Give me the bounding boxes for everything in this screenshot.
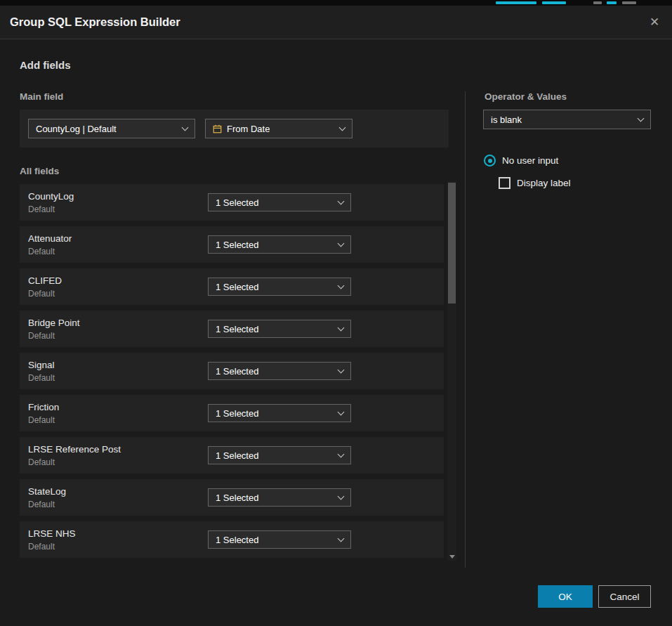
field-row-attenuator: Attenuator Default 1 Selected [20, 226, 444, 263]
field-selected-dropdown[interactable]: 1 Selected [208, 488, 351, 507]
backdrop-toolbar-fragment [496, 1, 536, 4]
radio-selected-icon[interactable] [484, 155, 496, 167]
no-user-input-radio-row[interactable]: No user input [484, 155, 558, 167]
chevron-down-icon [338, 240, 345, 247]
field-row-countylog: CountyLog Default 1 Selected [20, 184, 444, 221]
backdrop-toolbar-fragment [593, 1, 602, 4]
chevron-down-icon [338, 409, 345, 416]
dropdown-label: 1 Selected [216, 282, 258, 292]
field-selected-dropdown[interactable]: 1 Selected [208, 530, 351, 549]
field-selected-dropdown[interactable]: 1 Selected [208, 193, 351, 211]
dropdown-label: 1 Selected [216, 240, 258, 250]
field-selected-dropdown[interactable]: 1 Selected [208, 278, 351, 296]
field-row-bridge-point: Bridge Point Default 1 Selected [20, 311, 444, 347]
all-fields-list: CountyLog Default 1 Selected Attenuator … [20, 184, 444, 558]
chevron-down-icon [338, 535, 345, 542]
ok-button[interactable]: OK [538, 585, 593, 608]
layer-dropdown-value: CountyLog | Default [36, 124, 117, 134]
chevron-down-icon [338, 493, 345, 500]
checkbox-unchecked-icon[interactable] [499, 177, 510, 189]
main-field-panel: CountyLog | Default From Date [20, 110, 449, 148]
field-selected-dropdown[interactable]: 1 Selected [208, 235, 351, 254]
scrollbar-track[interactable] [447, 181, 456, 561]
add-fields-heading: Add fields [20, 59, 71, 71]
chevron-down-icon [338, 367, 345, 374]
field-row-statelog: StateLog Default 1 Selected [20, 479, 444, 516]
main-field-label: Main field [20, 91, 63, 102]
dropdown-label: 1 Selected [216, 197, 258, 208]
cancel-button[interactable]: Cancel [598, 585, 651, 608]
chevron-down-icon [182, 124, 189, 131]
chevron-down-icon [338, 198, 345, 205]
field-row-lrse-reference-post: LRSE Reference Post Default 1 Selected [20, 437, 444, 474]
field-selected-dropdown[interactable]: 1 Selected [208, 362, 351, 380]
dialog-title: Group SQL Expression Builder [10, 6, 180, 39]
field-dropdown[interactable]: From Date [205, 119, 353, 138]
all-fields-label: All fields [20, 166, 59, 176]
field-row-lrse-nhs: LRSE NHS Default 1 Selected [20, 521, 444, 558]
dropdown-label: 1 Selected [216, 535, 258, 545]
checkbox-label: Display label [517, 178, 571, 188]
field-row-signal: Signal Default 1 Selected [20, 353, 444, 389]
field-selected-dropdown[interactable]: 1 Selected [208, 446, 351, 464]
dialog-header: Group SQL Expression Builder ✕ [0, 6, 672, 39]
chevron-down-icon [338, 282, 345, 289]
dropdown-label: 1 Selected [216, 324, 258, 334]
dropdown-label: 1 Selected [216, 408, 258, 419]
backdrop-toolbar-fragment [542, 1, 566, 4]
radio-label: No user input [502, 155, 558, 166]
scrollbar-down-arrow-icon[interactable] [449, 555, 455, 559]
calendar-icon [213, 124, 222, 133]
layer-dropdown[interactable]: CountyLog | Default [28, 119, 195, 138]
chevron-down-icon [338, 451, 345, 458]
field-row-friction: Friction Default 1 Selected [20, 395, 444, 431]
chevron-down-icon [638, 115, 645, 122]
field-selected-dropdown[interactable]: 1 Selected [208, 320, 351, 338]
backdrop-strip [0, 0, 672, 6]
display-label-checkbox-row[interactable]: Display label [499, 177, 571, 189]
backdrop-toolbar-fragment [607, 1, 617, 4]
field-row-clifed: CLIFED Default 1 Selected [20, 268, 444, 305]
operator-values-label: Operator & Values [485, 91, 567, 102]
vertical-divider [465, 91, 466, 568]
scrollbar-thumb[interactable] [448, 183, 456, 304]
screen: Group SQL Expression Builder ✕ Add field… [0, 0, 672, 626]
close-icon[interactable]: ✕ [646, 14, 663, 31]
radio-dot [488, 159, 492, 163]
operator-dropdown[interactable]: is blank [483, 110, 651, 129]
backdrop-toolbar-fragment [622, 1, 636, 4]
field-dropdown-value: From Date [227, 124, 270, 134]
dropdown-label: 1 Selected [216, 366, 258, 377]
dropdown-label: 1 Selected [216, 450, 258, 461]
group-sql-expression-builder-dialog: Group SQL Expression Builder ✕ Add field… [0, 6, 672, 626]
chevron-down-icon [338, 325, 345, 332]
dropdown-label: 1 Selected [216, 493, 258, 503]
operator-dropdown-value: is blank [491, 115, 522, 125]
chevron-down-icon [339, 124, 346, 131]
field-selected-dropdown[interactable]: 1 Selected [208, 404, 351, 422]
